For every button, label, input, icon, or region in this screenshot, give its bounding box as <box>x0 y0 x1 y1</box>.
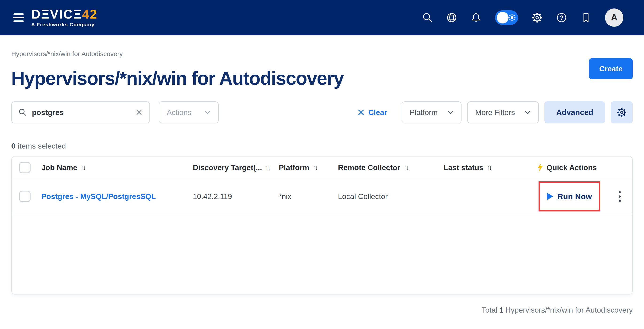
select-all-checkbox[interactable] <box>19 162 30 173</box>
row-checkbox-cell <box>12 191 38 202</box>
advanced-button[interactable]: Advanced <box>544 101 605 123</box>
column-header-remote-collector[interactable]: Remote Collector ↑↓ <box>334 163 440 172</box>
gear-icon <box>616 107 627 118</box>
breadcrumb: Hypervisors/*nix/win for Autodiscovery <box>11 50 633 58</box>
search-box <box>11 101 150 123</box>
cell-quick-actions: Run Now <box>533 181 603 211</box>
cell-discovery-target: 10.42.2.119 <box>189 192 275 201</box>
device42-logo: DΞVICΞ42 A Freshworks Company <box>31 8 98 27</box>
chevron-down-icon <box>448 110 454 114</box>
sun-icon <box>508 14 516 22</box>
clear-label: Clear <box>368 108 387 117</box>
logo-tagline: A Freshworks Company <box>31 22 98 27</box>
table-row: Postgres - MySQL/PostgresSQL 10.42.2.119… <box>12 179 632 214</box>
more-filters-dropdown-label: More Filters <box>475 108 515 117</box>
column-header-discovery-target[interactable]: Discovery Target(... ↑↓ <box>189 163 275 172</box>
hamburger-menu-icon[interactable] <box>14 13 24 22</box>
clear-filters-button[interactable]: Clear <box>358 108 387 117</box>
cell-job-name: Postgres - MySQL/PostgresSQL <box>38 192 189 201</box>
notifications-bell-icon[interactable] <box>471 12 482 23</box>
table-header-row: Job Name ↑↓ Discovery Target(... ↑↓ Plat… <box>12 157 632 179</box>
actions-dropdown[interactable]: Actions <box>159 101 219 123</box>
search-icon <box>18 108 27 117</box>
toolbar: Actions Clear Platform More Filters <box>11 101 633 123</box>
svg-text:?: ? <box>560 14 564 21</box>
cell-platform: *nix <box>275 192 334 201</box>
search-icon[interactable] <box>422 12 432 23</box>
run-now-button[interactable]: Run Now <box>547 192 592 201</box>
selection-count: 0 <box>11 142 16 150</box>
platform-dropdown[interactable]: Platform <box>402 101 462 123</box>
play-icon <box>547 193 553 200</box>
globe-icon[interactable] <box>446 12 457 23</box>
actions-dropdown-label: Actions <box>167 108 192 117</box>
navbar-icons: ? A <box>422 8 623 27</box>
avatar-letter: A <box>611 12 617 22</box>
platform-dropdown-label: Platform <box>410 108 438 117</box>
column-header-platform[interactable]: Platform ↑↓ <box>275 163 334 172</box>
selection-label: items selected <box>18 142 66 150</box>
cell-row-menu <box>603 189 632 204</box>
toolbar-left: Actions <box>11 101 219 123</box>
toolbar-right: Clear Platform More Filters Advanced <box>358 101 633 123</box>
header-checkbox-cell <box>12 162 38 173</box>
jobs-table: Job Name ↑↓ Discovery Target(... ↑↓ Plat… <box>11 156 633 295</box>
total-count: 1 <box>499 306 504 314</box>
chevron-down-icon <box>204 110 211 114</box>
page-content: Hypervisors/*nix/win for Autodiscovery H… <box>0 50 644 315</box>
kebab-menu-icon[interactable] <box>616 189 623 204</box>
job-name-link[interactable]: Postgres - MySQL/PostgresSQL <box>41 192 156 201</box>
logo-text-42: 42 <box>82 7 98 21</box>
cell-remote-collector: Local Collector <box>334 192 440 201</box>
top-navbar: DΞVICΞ42 A Freshworks Company <box>0 0 644 36</box>
row-checkbox[interactable] <box>19 191 30 202</box>
sort-icon[interactable]: ↑↓ <box>404 164 408 171</box>
clear-x-icon <box>358 109 364 116</box>
column-settings-button[interactable] <box>611 101 633 123</box>
title-row: Hypervisors/*nix/win for Autodiscovery C… <box>11 68 633 89</box>
create-button[interactable]: Create <box>589 58 633 79</box>
column-header-job-name[interactable]: Job Name ↑↓ <box>38 163 189 172</box>
clear-search-icon[interactable] <box>135 109 143 116</box>
chevron-down-icon <box>525 110 531 114</box>
annotation-highlight-box: Run Now <box>538 181 600 211</box>
avatar[interactable]: A <box>605 8 623 27</box>
table-total: Total1Hypervisors/*nix/win for Autodisco… <box>11 306 633 315</box>
sort-icon[interactable]: ↑↓ <box>487 164 491 171</box>
logo-wordmark: DΞVICΞ42 <box>31 8 98 20</box>
page-title: Hypervisors/*nix/win for Autodiscovery <box>11 68 344 89</box>
search-input[interactable] <box>32 108 130 117</box>
logo-text-device: DΞVICΞ <box>31 7 82 21</box>
lightning-bolt-icon <box>537 163 543 172</box>
bookmark-icon[interactable] <box>580 12 592 23</box>
run-now-label: Run Now <box>557 192 592 201</box>
navbar-left: DΞVICΞ42 A Freshworks Company <box>14 8 98 27</box>
column-header-quick-actions: Quick Actions <box>533 163 603 172</box>
theme-toggle[interactable] <box>495 10 518 25</box>
help-icon[interactable]: ? <box>556 12 567 23</box>
sort-icon[interactable]: ↑↓ <box>266 164 270 171</box>
toggle-knob <box>497 12 508 23</box>
sort-icon[interactable]: ↑↓ <box>312 164 317 171</box>
more-filters-dropdown[interactable]: More Filters <box>467 101 539 123</box>
settings-gear-icon[interactable] <box>532 12 542 23</box>
selection-status: 0items selected <box>11 142 633 150</box>
total-label: Total <box>482 306 498 314</box>
sort-icon[interactable]: ↑↓ <box>80 164 85 171</box>
total-suffix: Hypervisors/*nix/win for Autodiscovery <box>506 306 633 314</box>
column-header-last-status[interactable]: Last status ↑↓ <box>440 163 533 172</box>
